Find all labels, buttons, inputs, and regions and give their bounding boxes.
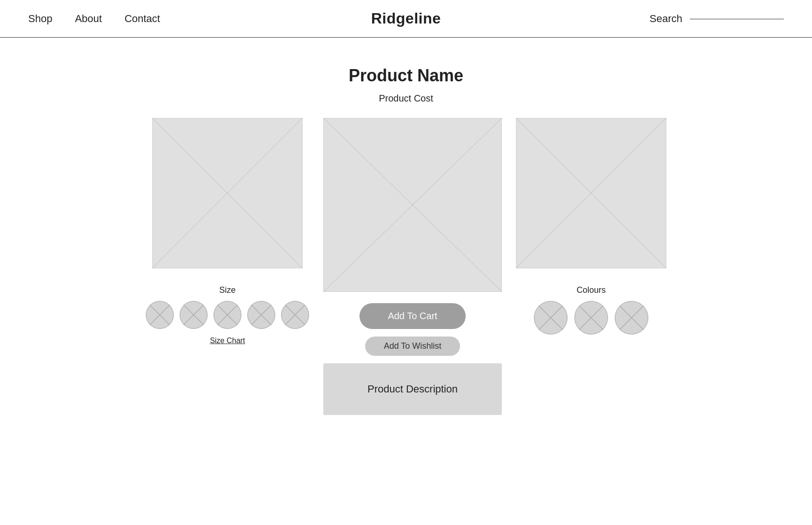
size-circle-2[interactable] [180,301,208,329]
size-circle-4[interactable] [247,301,275,329]
product-image-main [323,118,502,292]
product-description-text: Product Description [367,383,458,395]
size-chart-link[interactable]: Size Chart [210,337,245,345]
product-image-left [152,118,303,268]
colour-circles [534,301,648,335]
product-layout: Size [146,118,666,415]
left-column: Size [146,118,309,345]
colour-circle-3[interactable] [615,301,648,335]
add-to-wishlist-button[interactable]: Add To Wishlist [365,337,461,356]
size-circle-1[interactable] [146,301,174,329]
size-circle-5[interactable] [281,301,309,329]
nav-left: Shop About Contact [28,13,160,25]
add-to-cart-button[interactable]: Add To Cart [359,303,465,329]
size-section: Size [146,285,309,345]
colours-label: Colours [577,285,606,295]
search-area: Search [649,13,784,25]
search-input-line[interactable] [690,18,784,19]
brand-title: Ridgeline [371,10,441,27]
colour-circle-1[interactable] [534,301,568,335]
size-label: Size [219,285,235,295]
site-header: Shop About Contact Ridgeline Search [0,0,812,38]
center-column: Add To Cart Add To Wishlist Product Desc… [323,118,502,415]
product-cost: Product Cost [379,93,433,104]
colours-section: Colours [534,285,648,335]
nav-contact[interactable]: Contact [125,13,160,25]
colour-circle-2[interactable] [574,301,608,335]
main-content: Product Name Product Cost Size [0,38,812,415]
product-image-right [516,118,666,268]
product-name: Product Name [349,66,463,86]
size-circles [146,301,309,329]
nav-shop[interactable]: Shop [28,13,52,25]
size-circle-3[interactable] [213,301,242,329]
nav-about[interactable]: About [75,13,102,25]
right-column: Colours [516,118,666,335]
product-description-box: Product Description [323,363,502,415]
search-label: Search [649,13,682,25]
